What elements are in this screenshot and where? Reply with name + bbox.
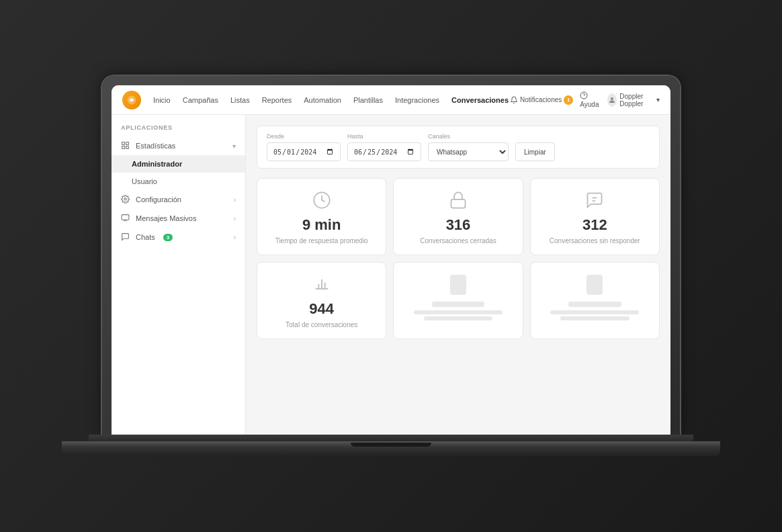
sidebar-item-mensajes-masivos[interactable]: Mensajes Masivos › [112, 209, 245, 228]
sidebar-item-configuracion[interactable]: Configuración › [112, 190, 245, 209]
skeleton-icon-1 [450, 275, 466, 295]
laptop-screen: Inicio Campañas Listas Reportes Automati… [102, 76, 680, 435]
svg-rect-7 [126, 146, 129, 149]
canales-select[interactable]: Whatsapp Email SMS [428, 142, 509, 161]
svg-rect-5 [126, 142, 129, 145]
clock-icon [312, 191, 331, 212]
sidebar-section-title: APLICACIONES [112, 124, 245, 136]
nav-automation[interactable]: Automation [302, 93, 343, 107]
nav-integraciones[interactable]: Integraciones [394, 93, 441, 107]
svg-rect-4 [122, 142, 125, 145]
main-layout: APLICACIONES Estadísticas ▾ [112, 115, 670, 435]
nav-listas[interactable]: Listas [229, 93, 251, 107]
stats-grid: 9 min Tiempo de respuesta promedio [257, 178, 660, 339]
stat-card-response-time: 9 min Tiempo de respuesta promedio [257, 178, 386, 255]
sidebar-usuario-label: Usuario [132, 177, 157, 185]
user-menu[interactable]: Doppler Doppler ▾ [607, 93, 660, 107]
screen-bezel: Inicio Campañas Listas Reportes Automati… [112, 85, 670, 435]
bar-chart-icon [312, 275, 331, 296]
svg-rect-11 [451, 200, 465, 208]
stats-icon [121, 141, 130, 150]
nav-campanas[interactable]: Campañas [181, 93, 220, 107]
skeleton-icon-2 [586, 275, 603, 295]
nav-reportes[interactable]: Reportes [261, 93, 294, 107]
user-name: Doppler Doppler [619, 93, 654, 107]
nav-inicio[interactable]: Inicio [152, 93, 172, 107]
unanswered-label: Conversaciones sin responder [550, 236, 640, 245]
help-button[interactable]: Ayuda [580, 91, 601, 108]
app-container: Inicio Campañas Listas Reportes Automati… [112, 85, 670, 435]
desde-label: Desde [267, 133, 341, 140]
sidebar-mensajes-label: Mensajes Masivos [136, 214, 196, 222]
chevron-right-icon: › [234, 196, 236, 204]
svg-point-3 [611, 97, 613, 100]
sidebar-item-chats[interactable]: Chats 3 › [112, 228, 245, 247]
canales-label: Canales [428, 133, 509, 140]
help-label: Ayuda [580, 101, 599, 108]
sidebar-chats-label: Chats [136, 233, 155, 241]
svg-rect-9 [122, 215, 129, 220]
sidebar-administrador-label: Administrador [132, 160, 182, 168]
config-icon [121, 195, 130, 204]
svg-rect-6 [122, 146, 125, 149]
user-chevron: ▾ [656, 96, 660, 103]
content-area: Desde Hasta Canales Whatsapp [246, 115, 670, 435]
desde-input[interactable] [267, 142, 341, 161]
sidebar-item-estadisticas[interactable]: Estadísticas ▾ [112, 136, 245, 155]
closed-label: Conversaciones cerradas [420, 236, 496, 245]
filter-canales: Canales Whatsapp Email SMS [428, 133, 509, 161]
laptop-base-top [89, 435, 693, 441]
total-value: 944 [309, 302, 334, 316]
stat-card-placeholder-1 [393, 262, 523, 339]
stat-card-total: 944 Total de conversaciones [257, 262, 386, 339]
response-time-value: 9 min [302, 218, 341, 232]
chats-badge: 3 [163, 234, 173, 241]
stat-card-unanswered: 312 Conversaciones sin responder [530, 178, 660, 255]
chevron-right-mensajes-icon: › [234, 215, 236, 222]
filter-desde: Desde [267, 133, 341, 161]
laptop-base [62, 441, 720, 456]
avatar [607, 93, 617, 107]
chevron-right-chats-icon: › [234, 234, 236, 241]
chats-icon [121, 232, 130, 242]
hasta-input[interactable] [347, 142, 421, 161]
nav-conversaciones[interactable]: Conversaciones [450, 93, 510, 107]
filter-row: Desde Hasta Canales Whatsapp [257, 126, 660, 169]
laptop-wrapper: Inicio Campañas Listas Reportes Automati… [89, 76, 693, 456]
messages-icon [121, 214, 130, 223]
limpiar-button[interactable]: Limpiar [515, 142, 555, 161]
closed-value: 316 [446, 218, 471, 232]
laptop-notch [351, 443, 431, 447]
sidebar-configuracion-label: Configuración [136, 195, 181, 204]
response-time-label: Tiempo de respuesta promedio [275, 236, 368, 245]
sidebar-item-administrador[interactable]: Administrador [112, 155, 245, 173]
total-label: Total de conversaciones [286, 320, 357, 329]
nav-bar: Inicio Campañas Listas Reportes Automati… [112, 85, 670, 115]
unanswered-value: 312 [582, 218, 607, 232]
stat-card-closed: 316 Conversaciones cerradas [393, 178, 523, 255]
chat-icon [585, 191, 604, 212]
notifications-label: Notificaciones [520, 96, 562, 103]
filter-hasta: Hasta [347, 133, 421, 161]
sidebar-estadisticas-label: Estadísticas [136, 142, 175, 150]
svg-point-8 [124, 198, 126, 200]
logo[interactable] [122, 91, 141, 109]
hasta-label: Hasta [347, 133, 421, 140]
stat-card-placeholder-2 [530, 262, 660, 339]
notifications-button[interactable]: Notificaciones 1 [510, 95, 573, 105]
sidebar-item-usuario[interactable]: Usuario [112, 173, 245, 190]
sidebar: APLICACIONES Estadísticas ▾ [112, 115, 246, 435]
notifications-badge: 1 [564, 95, 573, 105]
nav-links: Inicio Campañas Listas Reportes Automati… [152, 93, 510, 107]
nav-right: Notificaciones 1 Ayuda [510, 91, 660, 108]
chevron-down-icon: ▾ [232, 142, 236, 150]
lock-icon [449, 191, 468, 212]
nav-plantillas[interactable]: Plantillas [352, 93, 384, 107]
